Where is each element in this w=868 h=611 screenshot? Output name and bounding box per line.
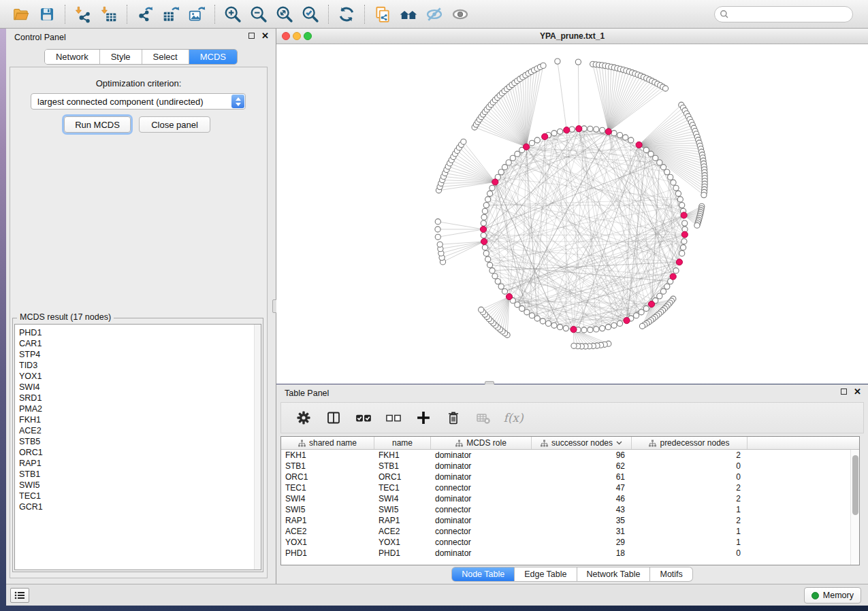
table-cell[interactable]: 2 bbox=[632, 482, 748, 493]
deselect-all-rows-icon[interactable] bbox=[383, 408, 404, 428]
graph-node[interactable] bbox=[487, 191, 493, 196]
graph-node[interactable] bbox=[485, 257, 491, 262]
graph-node[interactable] bbox=[682, 220, 688, 226]
graph-node[interactable] bbox=[660, 165, 666, 170]
graph-node[interactable] bbox=[653, 155, 658, 161]
graph-node[interactable] bbox=[673, 185, 679, 191]
table-cell[interactable]: 96 bbox=[532, 450, 632, 461]
table-cell[interactable]: 0 bbox=[632, 461, 748, 472]
table-cell[interactable]: SWI4 bbox=[374, 493, 431, 504]
close-panel-icon[interactable]: ✕ bbox=[854, 389, 861, 395]
graph-mcds-node[interactable] bbox=[480, 226, 486, 232]
graph-leaf-node[interactable] bbox=[701, 193, 707, 198]
mcds-result-item[interactable]: SWI4 bbox=[19, 382, 261, 393]
table-cell[interactable]: SWI5 bbox=[374, 504, 431, 515]
refresh-view-button[interactable] bbox=[334, 3, 359, 25]
graph-node[interactable] bbox=[634, 313, 639, 318]
tab-node-table[interactable]: Node Table bbox=[451, 567, 515, 582]
graph-leaf-node[interactable] bbox=[694, 222, 700, 228]
graph-node[interactable] bbox=[563, 326, 568, 331]
panel-list-button[interactable] bbox=[10, 588, 29, 603]
mcds-result-item[interactable]: TID3 bbox=[19, 360, 261, 371]
copy-network-button[interactable] bbox=[370, 3, 396, 25]
home-button[interactable] bbox=[396, 3, 421, 25]
mcds-result-list[interactable]: PHD1CAR1STP4TID3YOX1SWI4SRD1PMA2FKH1ACE2… bbox=[14, 324, 261, 570]
graph-node[interactable] bbox=[498, 169, 504, 175]
graph-leaf-node[interactable] bbox=[555, 59, 560, 64]
table-cell[interactable]: PHD1 bbox=[374, 548, 431, 559]
zoom-fit-button[interactable] bbox=[272, 3, 298, 25]
graph-node[interactable] bbox=[492, 274, 498, 279]
graph-mcds-node[interactable] bbox=[605, 129, 611, 135]
save-session-button[interactable] bbox=[34, 3, 60, 25]
table-cell[interactable]: PHD1 bbox=[281, 548, 374, 559]
table-cell[interactable]: 1 bbox=[632, 537, 748, 548]
export-network-button[interactable] bbox=[132, 3, 158, 25]
graph-leaf-node[interactable] bbox=[435, 219, 440, 225]
graph-node[interactable] bbox=[675, 191, 681, 196]
graph-node[interactable] bbox=[482, 245, 487, 250]
import-table-button[interactable] bbox=[96, 3, 122, 25]
table-row[interactable]: RAP1RAP1dominator352 bbox=[281, 515, 859, 526]
graph-node[interactable] bbox=[506, 160, 511, 165]
graph-node[interactable] bbox=[677, 197, 683, 202]
select-all-rows-icon[interactable] bbox=[353, 408, 374, 428]
table-cell[interactable]: 0 bbox=[632, 548, 748, 559]
table-cell[interactable]: 61 bbox=[532, 472, 632, 482]
mcds-result-item[interactable]: CAR1 bbox=[19, 338, 261, 349]
graph-node[interactable] bbox=[485, 197, 491, 202]
tab-edge-table[interactable]: Edge Table bbox=[515, 567, 577, 582]
table-cell[interactable]: RAP1 bbox=[374, 515, 431, 526]
mcds-result-item[interactable]: PMA2 bbox=[19, 403, 261, 414]
graph-node[interactable] bbox=[529, 313, 534, 318]
graph-node[interactable] bbox=[600, 326, 605, 331]
table-cell[interactable]: 0 bbox=[632, 472, 748, 482]
graph-node[interactable] bbox=[529, 140, 534, 146]
graph-leaf-node[interactable] bbox=[479, 307, 484, 312]
mcds-result-item[interactable]: FKH1 bbox=[19, 414, 261, 425]
table-cell[interactable]: dominator bbox=[431, 461, 532, 472]
graph-mcds-node[interactable] bbox=[506, 293, 512, 299]
import-network-button[interactable] bbox=[70, 3, 96, 25]
graph-leaf-node[interactable] bbox=[541, 63, 546, 68]
graph-node[interactable] bbox=[502, 165, 507, 170]
table-cell[interactable]: 1 bbox=[632, 526, 748, 537]
float-panel-icon[interactable] bbox=[248, 33, 255, 39]
zoom-out-button[interactable] bbox=[246, 3, 272, 25]
table-row[interactable]: FKH1FKH1dominator962 bbox=[281, 450, 859, 461]
export-image-button[interactable] bbox=[184, 3, 210, 25]
graph-mcds-node[interactable] bbox=[524, 144, 530, 150]
table-row[interactable]: TEC1TEC1connector472 bbox=[281, 482, 859, 493]
table-cell[interactable]: 2 bbox=[632, 515, 748, 526]
table-cell[interactable]: 62 bbox=[532, 461, 632, 472]
graph-node[interactable] bbox=[534, 316, 540, 321]
table-row[interactable]: PHD1PHD1dominator180 bbox=[281, 548, 859, 559]
graph-node[interactable] bbox=[515, 302, 520, 308]
table-cell[interactable]: YOX1 bbox=[374, 537, 431, 548]
graph-node[interactable] bbox=[681, 245, 686, 250]
graph-leaf-node[interactable] bbox=[437, 242, 443, 247]
run-mcds-button[interactable]: Run MCDS bbox=[64, 116, 131, 133]
graph-node[interactable] bbox=[588, 327, 593, 333]
search-input[interactable] bbox=[714, 6, 853, 22]
graph-node[interactable] bbox=[540, 318, 545, 324]
graph-node[interactable] bbox=[489, 185, 495, 191]
column-header-predecessor-nodes[interactable]: predecessor nodes bbox=[632, 437, 748, 449]
graph-node[interactable] bbox=[639, 310, 644, 315]
graph-node[interactable] bbox=[481, 214, 487, 220]
graph-node[interactable] bbox=[495, 279, 500, 284]
table-scrollbar-thumb[interactable] bbox=[852, 455, 858, 515]
mcds-result-item[interactable]: PHD1 bbox=[19, 327, 261, 338]
graph-leaf-node[interactable] bbox=[435, 234, 440, 240]
table-settings-gear-icon[interactable] bbox=[293, 408, 314, 428]
graph-node[interactable] bbox=[594, 327, 599, 332]
table-cell[interactable]: 47 bbox=[532, 482, 632, 493]
graph-mcds-node[interactable] bbox=[576, 126, 582, 132]
graph-node[interactable] bbox=[481, 220, 486, 226]
graph-node[interactable] bbox=[605, 325, 611, 330]
table-cell[interactable]: TEC1 bbox=[281, 482, 374, 493]
mcds-result-item[interactable]: YOX1 bbox=[19, 371, 261, 382]
table-row[interactable]: ORC1ORC1dominator610 bbox=[281, 472, 859, 482]
graph-node[interactable] bbox=[657, 293, 662, 299]
table-cell[interactable]: 29 bbox=[532, 537, 632, 548]
